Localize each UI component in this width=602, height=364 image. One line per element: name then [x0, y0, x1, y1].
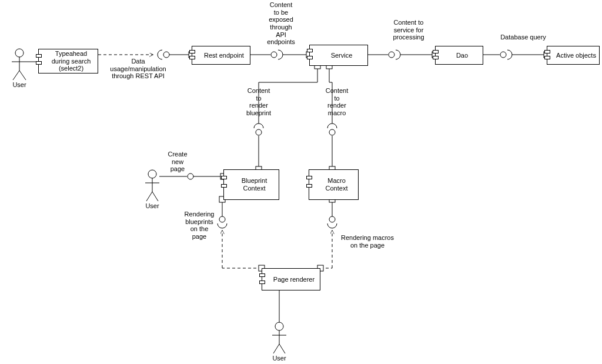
actor-user-left — [12, 49, 27, 80]
component-active-objects: Active objects — [547, 46, 600, 65]
component-macro-context: Macro Context — [309, 169, 359, 200]
component-label: Typeahead during search (select2) — [47, 50, 95, 72]
label-content-blueprint: Content to render blueprint — [242, 87, 275, 117]
edge-service-macro — [327, 66, 337, 169]
label-create-new-page: Create new page — [165, 151, 190, 173]
component-label: Blueprint Context — [232, 177, 276, 192]
label-content-macro: Content to render macro — [320, 87, 353, 117]
label-content-api: Content to be exposed through API endpoi… — [263, 1, 299, 46]
label-render-macros: Rendering macros on the page — [338, 234, 397, 249]
component-page-renderer: Page renderer — [262, 268, 320, 290]
svg-point-0 — [15, 49, 24, 57]
edge-userbp-blueprint — [159, 173, 223, 179]
svg-point-16 — [163, 52, 169, 58]
actor-label-user-bp: User — [145, 202, 159, 210]
component-rest-endpoint: Rest endpoint — [192, 46, 250, 65]
label-data-rest: Data usage/manipulation through REST API — [106, 58, 170, 80]
svg-line-13 — [273, 344, 279, 353]
edge-renderer-blueprint — [218, 200, 262, 268]
svg-point-35 — [329, 129, 335, 135]
label-render-blueprints: Rendering blueprints on the page — [182, 211, 216, 241]
svg-line-3 — [13, 71, 19, 80]
svg-point-49 — [329, 216, 335, 222]
edge-service-blueprint — [254, 66, 317, 169]
svg-line-14 — [279, 344, 285, 353]
component-service: Service — [309, 45, 368, 66]
svg-point-10 — [275, 322, 283, 330]
edge-renderer-macro — [320, 200, 337, 268]
svg-line-4 — [19, 71, 26, 80]
component-blueprint-context: Blueprint Context — [223, 169, 279, 200]
actor-label-user-left: User — [12, 81, 26, 89]
component-label: Active objects — [556, 52, 596, 59]
component-dao: Dao — [435, 46, 483, 65]
label-db-query: Database query — [494, 34, 553, 41]
component-label: Dao — [456, 52, 468, 59]
svg-point-19 — [271, 52, 277, 58]
actor-label-user-bottom: User — [272, 355, 286, 362]
component-label: Macro Context — [317, 177, 356, 192]
component-label: Rest endpoint — [204, 52, 244, 59]
svg-point-44 — [219, 216, 225, 222]
actor-user-blueprint — [145, 170, 159, 201]
svg-point-25 — [500, 52, 506, 58]
edge-dao-active — [483, 50, 547, 59]
svg-point-30 — [256, 129, 262, 135]
component-label: Service — [331, 52, 353, 59]
diagram-canvas: Typeahead during search (select2) Rest e… — [0, 0, 602, 364]
svg-point-40 — [188, 173, 193, 179]
svg-point-22 — [389, 52, 394, 58]
component-typeahead: Typeahead during search (select2) — [38, 49, 98, 74]
svg-point-5 — [148, 170, 156, 178]
edge-rest-service — [250, 50, 309, 59]
svg-line-9 — [152, 192, 158, 201]
label-content-service: Content to service for processing — [388, 19, 429, 41]
edge-service-dao — [368, 50, 435, 59]
svg-line-8 — [146, 192, 152, 201]
component-label: Page renderer — [273, 276, 315, 283]
actor-user-bottom — [272, 322, 286, 353]
